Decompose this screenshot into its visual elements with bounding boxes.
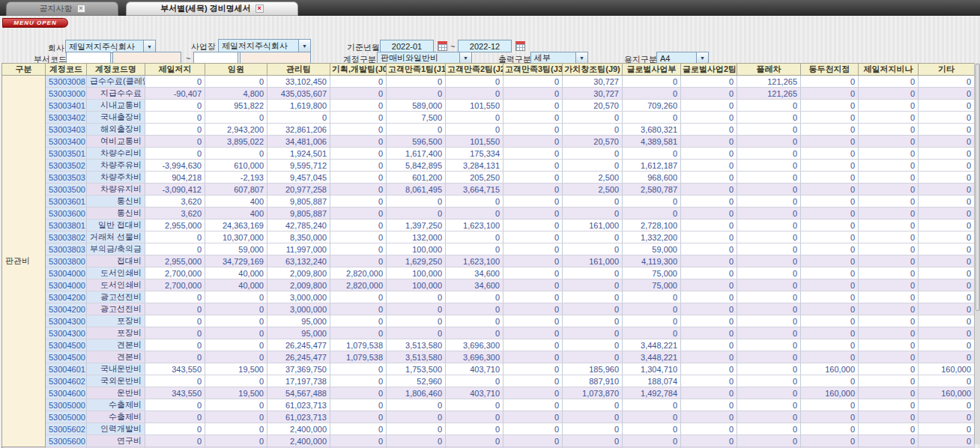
amount-cell: 0 [563,327,623,339]
column-header[interactable]: 제일저지비나 [859,64,919,76]
amount-cell: 0 [681,112,737,124]
column-header[interactable]: 플레차 [737,64,801,76]
tab-close-icon[interactable]: × [77,4,85,13]
tab-close-icon[interactable]: × [255,4,264,13]
calendar-icon[interactable] [515,41,525,51]
tab-notice[interactable]: 공지사항 × [6,1,118,16]
amount-cell: 1,079,538 [330,351,387,363]
table-row[interactable]: 판관비53003008급수수료(클레임)0033,102,450000030,7… [2,76,975,88]
amount-cell: 0 [801,339,859,351]
amount-cell: 54,567,488 [267,387,330,399]
chevron-down-icon[interactable]: ▼ [459,52,471,64]
column-header[interactable]: 동두천지점 [801,64,859,76]
amount-cell: 0 [446,399,503,411]
account-code-cell: 53005602 [46,423,87,435]
table-row[interactable]: 53005000수출제비0061,023,71300000000000 [2,399,975,411]
table-row[interactable]: 53003601통신비3,6204009,805,88700000000000 [2,196,975,208]
amount-cell: 0 [503,172,563,184]
table-row[interactable]: 53003600통신비3,6204009,805,88700000000000 [2,208,975,220]
column-header[interactable]: 고객만족3팀(J3) [503,64,563,76]
amount-cell: 2,700,000 [145,279,205,291]
column-header[interactable]: 제일저지 [145,64,205,76]
table-row[interactable]: 53005000수출제비0061,023,71300000000000 [2,411,975,423]
amount-cell: 0 [563,351,623,363]
amount-cell: 0 [563,435,623,447]
table-row[interactable]: 53004500견본비0026,245,4771,079,5383,513,58… [2,351,975,363]
amount-cell: 601,200 [387,172,446,184]
vertical-scrollbar[interactable] [974,63,980,444]
table-row[interactable]: 53004600운반비343,55019,50054,567,48801,806… [2,387,975,399]
table-row[interactable]: 53003801일반 접대비2,955,00024,363,16942,785,… [2,220,975,231]
table-row[interactable]: 53003400여비교통비03,895,02234,481,0060596,50… [2,136,975,148]
column-header[interactable]: 가치창조팀(J9) [563,64,623,76]
table-row[interactable]: 53003403해외출장비02,943,20032,861,206000003,… [2,124,975,136]
table-row[interactable]: 53004602국외운반비0017,197,738052,96000887,91… [2,375,975,387]
table-row[interactable]: 53003503차량주차비904,218-2,1939,457,0450601,… [2,172,975,184]
account-code-cell: 53003402 [46,112,87,124]
amount-cell: 0 [623,112,681,124]
amount-cell: 0 [801,148,859,160]
table-row[interactable]: 53003802거래처 선물비010,307,0008,350,0000132,… [2,231,975,243]
table-row[interactable]: 53005602인력개발비002,400,00000000000000 [2,423,975,435]
table-row[interactable]: 53004200광고선전비003,000,00000000000000 [2,291,975,303]
table-row[interactable]: 53003501차량수리비001,924,50101,617,400175,33… [2,148,975,160]
table-row[interactable]: 53004300포장비0095,00000000000000 [2,327,975,339]
chevron-down-icon[interactable]: ▼ [298,40,310,52]
chevron-down-icon[interactable]: ▼ [143,40,155,52]
scrollbar-thumb[interactable] [976,64,980,311]
amount-cell: 0 [563,303,623,315]
column-header[interactable]: 글로벌사업부 [623,64,681,76]
column-header[interactable]: 계정코드 [46,64,87,76]
table-row[interactable]: 53004601국내운반비343,55019,50037,369,75001,7… [2,363,975,375]
column-header[interactable]: 관리팀 [267,64,330,76]
table-row[interactable]: 53003502차량주유비-3,994,630610,0009,595,7120… [2,160,975,172]
period-to-input[interactable]: 2022-12 [458,40,512,52]
table-row[interactable]: 53003402국내출장비00007,500000000000 [2,112,975,124]
amount-cell: 2,009,800 [267,267,330,279]
amount-cell: 0 [387,327,446,339]
amount-cell: 95,000 [267,327,330,339]
amount-cell: 188,074 [623,375,681,387]
column-header[interactable]: 구분 [2,64,46,76]
amount-cell: 101,550 [446,136,503,148]
amount-cell: 0 [737,387,801,399]
table-row[interactable]: 53003000지급수수료-90,4074,800435,035,6070000… [2,88,975,100]
table-row[interactable]: 53003401시내교통비0951,8221,619,8000589,00010… [2,100,975,112]
amount-cell: 2,500 [563,184,623,196]
amount-cell: 0 [446,303,503,315]
amount-cell: 0 [801,399,859,411]
chevron-down-icon[interactable]: ▼ [575,52,587,64]
table-row[interactable]: 53004000도서인쇄비2,700,00040,0002,009,8002,8… [2,267,975,279]
table-row[interactable]: 53004300포장비0095,00000000000000 [2,315,975,327]
column-header[interactable]: 계정코드명 [87,64,145,76]
table-row[interactable]: 53004000도서인쇄비2,700,00040,0002,009,8002,8… [2,279,975,291]
chevron-down-icon[interactable]: ▼ [696,52,708,64]
column-header[interactable]: 기타 [919,64,975,76]
amount-cell: 0 [330,112,387,124]
table-row[interactable]: 53004200광고선전비003,000,00000000000000 [2,303,975,315]
table-row[interactable]: 53003803부의금/축의금059,00011,997,0000100,000… [2,243,975,255]
amount-cell: 59,000 [205,243,267,255]
table-row[interactable]: 53005600연구비002,400,00000000000000 [2,435,975,447]
tab-expense-report[interactable]: 부서별(세목) 경비명세서 × [126,1,298,16]
amount-cell: 0 [681,327,737,339]
column-header[interactable]: 임원 [205,64,267,76]
calendar-icon[interactable] [438,41,447,51]
table-row[interactable]: 53003800접대비2,955,00034,729,16963,132,240… [2,255,975,267]
column-header[interactable]: 글로벌사업2팀 [681,64,737,76]
amount-cell: 0 [145,76,205,88]
table-row[interactable]: 53004500견본비0026,245,4771,079,5383,513,58… [2,339,975,351]
column-header[interactable]: 고객만족2팀(J2) [446,64,503,76]
site-select[interactable]: 제일저지주식회사 ▼ [218,39,311,52]
amount-cell: 0 [681,148,737,160]
table-row[interactable]: 53003500차량유지비-3,090,412607,80720,977,258… [2,184,975,196]
menu-open-button[interactable]: MENU OPEN [2,18,68,28]
amount-cell: 0 [503,196,563,208]
amount-cell: 0 [387,303,446,315]
column-header[interactable]: 고객만족1팀(J1) [387,64,446,76]
amount-cell: 9,595,712 [267,160,330,172]
period-from-input[interactable]: 2022-01 [380,40,434,52]
amount-cell: 0 [859,363,919,375]
amount-cell: 0 [919,172,975,184]
column-header[interactable]: 기획,개발팀(J0) [330,64,387,76]
